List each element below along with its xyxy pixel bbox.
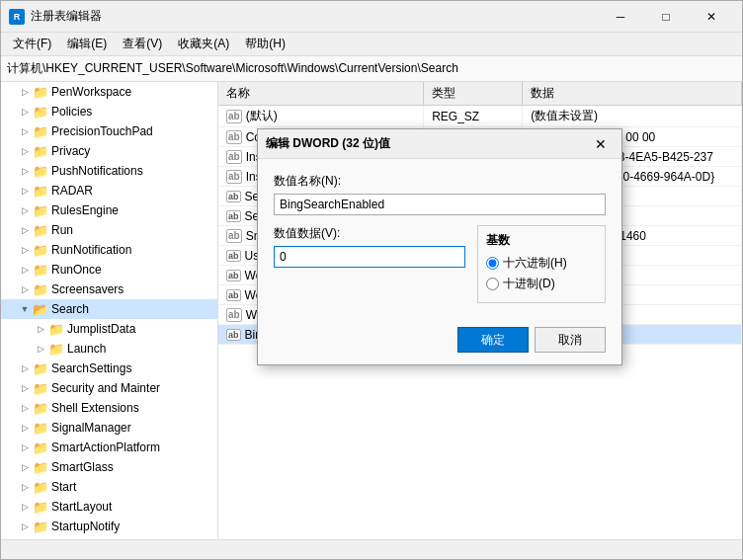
tree-item-start[interactable]: ▷ 📁 Start	[1, 477, 217, 497]
col-data[interactable]: 数据	[523, 82, 742, 106]
folder-icon: 📁	[33, 520, 48, 533]
tree-item-smartactionplatform[interactable]: ▷ 📁 SmartActionPlatform	[1, 438, 217, 457]
tree-item-precisiontouchpad[interactable]: ▷ 📁 PrecisionTouchPad	[1, 121, 217, 141]
folder-icon: 📁	[33, 500, 48, 514]
maximize-button[interactable]: □	[643, 1, 689, 33]
tree-item-run[interactable]: ▷ 📁 Run	[1, 220, 217, 240]
tree-item-pushnotifications[interactable]: ▷ 📁 PushNotifications	[1, 161, 217, 181]
tree-item-smartglass[interactable]: ▷ 📁 SmartGlass	[1, 457, 217, 477]
expander-startupnotify: ▷	[17, 521, 33, 531]
folder-icon: 📁	[33, 282, 48, 296]
dialog-close-button[interactable]: ✕	[588, 133, 614, 155]
tree-item-policies[interactable]: ▷ 📁 Policies	[1, 102, 217, 121]
expander-run: ▷	[17, 225, 33, 235]
tree-item-rulesengine[interactable]: ▷ 📁 RulesEngine	[1, 200, 217, 220]
folder-icon-open: 📂	[33, 302, 48, 316]
value-data-label: 数值数据(V):	[274, 225, 465, 242]
dialog-body: 数值名称(N): 数值数据(V): 基数 十六进制(H)	[258, 159, 621, 327]
title-bar: R 注册表编辑器 ─ □ ✕	[1, 1, 742, 33]
tree-item-search[interactable]: ▼ 📂 Search	[1, 299, 217, 319]
tree-item-privacy[interactable]: ▷ 📁 Privacy	[1, 141, 217, 161]
menu-file[interactable]: 文件(F)	[5, 34, 59, 54]
folder-icon: 📁	[33, 263, 48, 277]
expander-shell-extensions: ▷	[17, 403, 33, 413]
tree-item-radar[interactable]: ▷ 📁 RADAR	[1, 181, 217, 200]
folder-icon: 📁	[48, 342, 64, 356]
expander-runnotification: ▷	[17, 245, 33, 255]
folder-icon: 📁	[33, 421, 48, 435]
menu-edit[interactable]: 编辑(E)	[59, 34, 115, 54]
dialog-footer: 确定 取消	[258, 327, 621, 364]
app-icon: R	[9, 9, 25, 25]
tree-item-startupnotify[interactable]: ▷ 📁 StartupNotify	[1, 517, 217, 536]
expander-launch: ▷	[33, 344, 48, 354]
expander-runonce: ▷	[17, 265, 33, 275]
reg-icon-default: ab (默认)	[226, 108, 278, 124]
tree-item-security[interactable]: ▷ 📁 Security and Mainter	[1, 378, 217, 398]
folder-icon: 📁	[33, 223, 48, 237]
expander-radar: ▷	[17, 186, 33, 196]
folder-icon: 📁	[33, 401, 48, 415]
tree-item-runonce[interactable]: ▷ 📁 RunOnce	[1, 260, 217, 280]
close-button[interactable]: ✕	[689, 1, 734, 33]
tree-item-shell-extensions[interactable]: ▷ 📁 Shell Extensions	[1, 398, 217, 418]
dialog-title-bar: 编辑 DWORD (32 位)值 ✕	[258, 129, 621, 159]
folder-icon: 📁	[33, 105, 48, 119]
menu-view[interactable]: 查看(V)	[115, 34, 170, 54]
expander-rulesengine: ▷	[17, 205, 33, 215]
folder-icon: 📁	[33, 124, 48, 138]
base-section: 基数 十六进制(H) 十进制(D)	[477, 225, 606, 303]
tree-item-runnotification[interactable]: ▷ 📁 RunNotification	[1, 240, 217, 260]
menu-help[interactable]: 帮助(H)	[237, 34, 293, 54]
tree-item-signalmanager[interactable]: ▷ 📁 SignalManager	[1, 418, 217, 438]
radio-hex[interactable]	[486, 257, 499, 270]
folder-icon: 📁	[33, 203, 48, 217]
dialog-value-row: 数值数据(V): 基数 十六进制(H) 十进制(D)	[274, 225, 606, 303]
folder-icon: 📁	[33, 381, 48, 395]
expander-pushnotifications: ▷	[17, 166, 33, 176]
value-name-input[interactable]	[274, 194, 606, 215]
radio-dec-label[interactable]: 十进制(D)	[503, 276, 555, 292]
tree-item-jumplistdata[interactable]: ▷ 📁 JumplistData	[1, 319, 217, 339]
col-type[interactable]: 类型	[424, 82, 523, 106]
address-text: 计算机\HKEY_CURRENT_USER\Software\Microsoft…	[7, 60, 458, 77]
reg-row-default[interactable]: ab (默认) REG_SZ (数值未设置)	[218, 106, 742, 127]
reg-type-default: REG_SZ	[424, 106, 523, 127]
tree-item-searchsettings[interactable]: ▷ 📁 SearchSettings	[1, 359, 217, 378]
expander-penworkspace: ▷	[17, 87, 33, 97]
expander-searchsettings: ▷	[17, 363, 33, 373]
value-name-label: 数值名称(N):	[274, 173, 606, 190]
tree-item-screensavers[interactable]: ▷ 📁 Screensavers	[1, 280, 217, 299]
window-controls: ─ □ ✕	[598, 1, 734, 33]
radio-dec[interactable]	[486, 278, 499, 290]
dialog-title: 编辑 DWORD (32 位)值	[266, 135, 588, 152]
status-bar	[1, 539, 742, 559]
col-name[interactable]: 名称	[218, 82, 424, 106]
address-bar: 计算机\HKEY_CURRENT_USER\Software\Microsoft…	[1, 56, 742, 82]
dialog-ok-button[interactable]: 确定	[457, 327, 529, 353]
expander-startlayout: ▷	[17, 502, 33, 512]
dialog-cancel-button[interactable]: 取消	[535, 327, 606, 353]
folder-icon: 📁	[33, 361, 48, 375]
expander-smartglass: ▷	[17, 462, 33, 472]
expander-search: ▼	[17, 304, 33, 314]
radio-dec-item: 十进制(D)	[486, 276, 597, 292]
tree-item-penworkspace[interactable]: ▷ 📁 PenWorkspace	[1, 82, 217, 102]
menu-favorites[interactable]: 收藏夹(A)	[170, 34, 237, 54]
expander-signalmanager: ▷	[17, 423, 33, 433]
expander-screensavers: ▷	[17, 284, 33, 294]
expander-security: ▷	[17, 383, 33, 393]
expander-privacy: ▷	[17, 146, 33, 156]
folder-icon: 📁	[33, 144, 48, 158]
expander-start: ▷	[17, 482, 33, 492]
menu-bar: 文件(F) 编辑(E) 查看(V) 收藏夹(A) 帮助(H)	[1, 33, 742, 56]
folder-icon: 📁	[33, 184, 48, 198]
value-data-input[interactable]	[274, 246, 465, 268]
folder-icon: 📁	[33, 460, 48, 474]
expander-jumplistdata: ▷	[33, 324, 48, 334]
tree-item-startlayout[interactable]: ▷ 📁 StartLayout	[1, 497, 217, 517]
radio-hex-label[interactable]: 十六进制(H)	[503, 255, 567, 272]
expander-precisiontouchpad: ▷	[17, 126, 33, 136]
minimize-button[interactable]: ─	[598, 1, 643, 33]
tree-item-launch[interactable]: ▷ 📁 Launch	[1, 339, 217, 359]
